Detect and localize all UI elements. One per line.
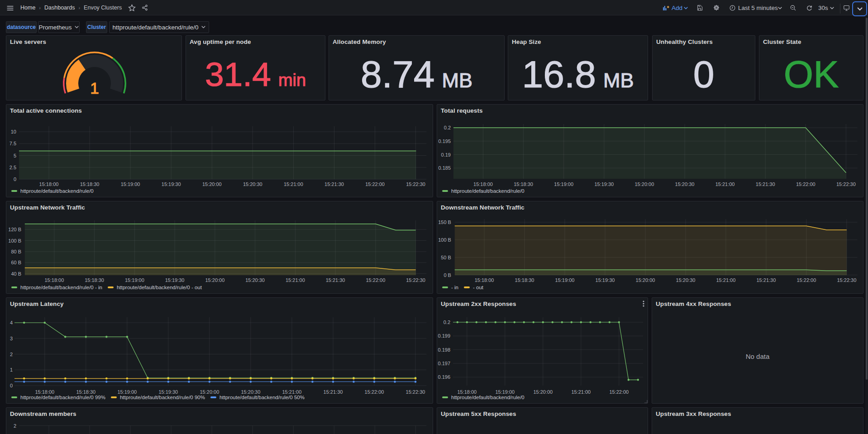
svg-text:15:18:30: 15:18:30	[80, 181, 100, 187]
svg-text:0.195: 0.195	[438, 138, 451, 144]
svg-text:100 B: 100 B	[438, 237, 451, 243]
svg-text:15:22:00: 15:22:00	[796, 181, 816, 187]
svg-text:7.5: 7.5	[10, 141, 16, 146]
svg-text:3: 3	[10, 336, 13, 341]
svg-text:15:19:30: 15:19:30	[594, 181, 614, 187]
svg-text:15:19:30: 15:19:30	[162, 181, 181, 187]
svg-text:15:22:00: 15:22:00	[365, 389, 384, 395]
svg-text:0.185: 0.185	[438, 165, 451, 171]
svg-text:15:20:30: 15:20:30	[676, 277, 696, 283]
svg-text:15:21:30: 15:21:30	[326, 277, 345, 283]
svg-text:4: 4	[10, 320, 13, 325]
svg-text:15:20:00: 15:20:00	[634, 181, 654, 187]
svg-text:0.2: 0.2	[444, 125, 451, 130]
svg-text:15:22:00: 15:22:00	[796, 277, 816, 283]
svg-text:15:19:30: 15:19:30	[158, 389, 178, 395]
svg-text:15:21:00: 15:21:00	[286, 277, 305, 283]
svg-text:15:18:30: 15:18:30	[85, 277, 104, 283]
svg-text:15:20:00: 15:20:00	[636, 277, 655, 283]
svg-text:15:21:30: 15:21:30	[756, 277, 776, 283]
svg-text:15:21:30: 15:21:30	[324, 389, 343, 395]
svg-text:15:22:00: 15:22:00	[366, 277, 385, 283]
svg-text:2: 2	[14, 423, 16, 429]
svg-text:15:20:30: 15:20:30	[241, 389, 260, 395]
svg-text:40 B: 40 B	[11, 271, 21, 277]
svg-text:15:18:00: 15:18:00	[35, 389, 54, 395]
svg-text:60 B: 60 B	[11, 260, 21, 265]
svg-text:15:18:00: 15:18:00	[44, 277, 64, 283]
svg-text:15:19:00: 15:19:00	[554, 181, 573, 187]
svg-text:15:18:00: 15:18:00	[473, 181, 493, 187]
svg-text:15:21:00: 15:21:00	[571, 389, 591, 395]
svg-text:0.2: 0.2	[444, 320, 450, 325]
svg-text:15:18:00: 15:18:00	[457, 389, 477, 395]
svg-text:0.199: 0.199	[438, 333, 450, 339]
svg-text:15:19:00: 15:19:00	[555, 277, 575, 283]
svg-text:1: 1	[90, 79, 99, 97]
svg-text:15:18:30: 15:18:30	[514, 181, 533, 187]
svg-text:15:19:00: 15:19:00	[495, 389, 515, 395]
svg-text:2: 2	[10, 352, 13, 357]
svg-text:2.5: 2.5	[10, 165, 16, 170]
svg-text:15:20:30: 15:20:30	[243, 181, 262, 187]
svg-text:15:22:00: 15:22:00	[609, 389, 629, 395]
svg-text:50 B: 50 B	[441, 255, 451, 260]
svg-text:15:22:30: 15:22:30	[406, 181, 425, 187]
svg-text:15:19:00: 15:19:00	[125, 277, 144, 283]
svg-text:80 B: 80 B	[11, 249, 21, 254]
svg-text:15:20:30: 15:20:30	[245, 277, 265, 283]
svg-text:1: 1	[10, 367, 13, 372]
svg-text:0.19: 0.19	[441, 152, 451, 157]
svg-text:120 B: 120 B	[8, 227, 21, 232]
svg-text:15:22:30: 15:22:30	[836, 181, 856, 187]
svg-text:15:18:00: 15:18:00	[475, 277, 494, 283]
svg-text:15:20:00: 15:20:00	[202, 181, 222, 187]
svg-text:15:20:00: 15:20:00	[200, 389, 219, 395]
svg-text:15:20:00: 15:20:00	[533, 389, 553, 395]
svg-text:0 B: 0 B	[444, 272, 451, 278]
svg-text:15:19:30: 15:19:30	[165, 277, 185, 283]
svg-text:0.197: 0.197	[438, 361, 450, 366]
svg-text:0: 0	[14, 176, 16, 182]
svg-text:0: 0	[10, 383, 13, 388]
svg-text:15:18:30: 15:18:30	[76, 389, 95, 395]
svg-text:15:22:30: 15:22:30	[406, 277, 425, 283]
svg-text:15:20:30: 15:20:30	[675, 181, 695, 187]
svg-text:150 B: 150 B	[438, 219, 451, 225]
svg-text:5: 5	[14, 153, 16, 158]
svg-text:15:19:00: 15:19:00	[117, 389, 137, 395]
svg-text:15:22:30: 15:22:30	[837, 277, 856, 283]
svg-text:15:22:30: 15:22:30	[406, 389, 425, 395]
svg-text:15:19:00: 15:19:00	[121, 181, 140, 187]
svg-text:15:21:00: 15:21:00	[282, 389, 301, 395]
svg-text:15:18:00: 15:18:00	[39, 181, 59, 187]
svg-text:15:21:30: 15:21:30	[756, 181, 775, 187]
svg-text:15:21:30: 15:21:30	[324, 181, 344, 187]
svg-text:15:21:00: 15:21:00	[716, 277, 735, 283]
svg-text:0.196: 0.196	[438, 374, 450, 380]
svg-text:15:21:00: 15:21:00	[715, 181, 735, 187]
svg-text:15:21:00: 15:21:00	[284, 181, 303, 187]
svg-text:10: 10	[11, 129, 16, 134]
svg-text:15:18:30: 15:18:30	[515, 277, 534, 283]
svg-text:0.198: 0.198	[438, 347, 450, 353]
svg-text:15:19:30: 15:19:30	[596, 277, 615, 283]
svg-text:100 B: 100 B	[8, 238, 21, 243]
svg-text:15:22:00: 15:22:00	[365, 181, 385, 187]
svg-text:15:20:00: 15:20:00	[205, 277, 224, 283]
